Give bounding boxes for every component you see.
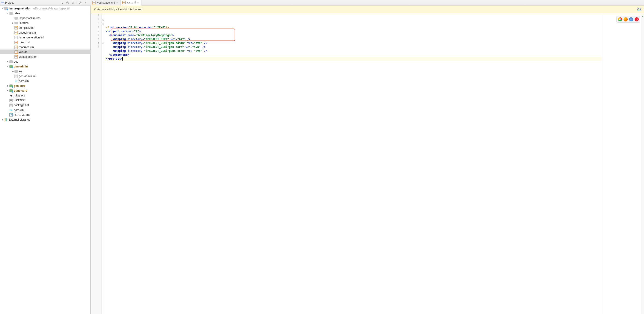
tree-item-label: README.md [14, 113, 30, 117]
line-number[interactable]: 6 [90, 33, 102, 37]
code-line[interactable]: <component name="VcsDirectoryMappings"> [105, 33, 602, 37]
close-tab-icon[interactable]: × [136, 1, 140, 4]
code-line[interactable]: </component> [105, 53, 602, 57]
close-tab-icon[interactable]: × [116, 1, 118, 4]
tree-item-compiler-xml[interactable]: <>compiler.xml [0, 25, 90, 30]
tree-expand-arrow[interactable]: ▶ [6, 89, 9, 92]
tree-item-workspace-xml[interactable]: <>workspace.xml [0, 54, 90, 59]
line-number[interactable]: 5 [90, 30, 102, 33]
tree-item-lemur-generation[interactable]: ▼lemur-generation~/Documents/ideaworkspa… [0, 6, 90, 11]
code-line[interactable]: <mapping directory="$PROJECT_DIR$/gen-co… [105, 45, 602, 49]
tree-item--gitignore[interactable]: ◆.gitignore [0, 93, 90, 98]
tree-item-label: pom.xml [19, 79, 29, 83]
tree-item-gen-admin-iml[interactable]: ▢gen-admin.iml [0, 74, 90, 79]
tree-item-gen-admin[interactable]: ▼gen-admin [0, 64, 90, 69]
tree-item-package-bat[interactable]: package.bat [0, 103, 90, 108]
opera-icon[interactable] [634, 17, 639, 22]
fold-handle[interactable] [102, 26, 105, 30]
code-line[interactable]: <?xml version="1.0" encoding="UTF-8"?> [105, 26, 602, 30]
fold-handle[interactable]: ⊟ [102, 22, 105, 26]
m-icon: m [9, 108, 13, 112]
tree-item-misc-xml[interactable]: <>misc.xml [0, 40, 90, 45]
editor-tab-vcs-xml[interactable]: <>vcs.xml× [120, 0, 142, 6]
tree-item-External-Libraries[interactable]: ▶External Libraries [0, 117, 90, 122]
tree-item-label: compiler.xml [19, 26, 34, 30]
firefox-icon[interactable] [624, 17, 628, 22]
project-tree[interactable]: ▼lemur-generation~/Documents/ideaworkspa… [0, 6, 90, 314]
tree-expand-arrow[interactable]: ▶ [6, 60, 9, 63]
tree-expand-arrow[interactable]: ▶ [12, 70, 14, 73]
code-line[interactable]: <mapping directory="$PROJECT_DIR$/guns-c… [105, 49, 602, 53]
tree-item-inspectionProfiles[interactable]: inspectionProfiles [0, 16, 90, 21]
fold-handle[interactable] [102, 14, 105, 18]
fold-handle[interactable] [102, 33, 105, 37]
project-dropdown-icon[interactable]: ⌄ [62, 1, 64, 4]
tab-label: vcs.xml [126, 1, 136, 4]
code-line[interactable]: </project> [105, 57, 602, 61]
hide-panel-button[interactable] [83, 1, 88, 5]
tree-expand-arrow[interactable]: ▼ [6, 12, 9, 15]
open-in-browser-bar [616, 16, 640, 23]
fold-handle[interactable] [102, 45, 105, 49]
editor-tab-workspace-xml[interactable]: <>workspace.xml× [90, 0, 120, 6]
tree-expand-arrow[interactable]: ▼ [2, 7, 4, 10]
line-number[interactable]: 3 [90, 22, 102, 26]
tree-expand-arrow[interactable]: ▶ [6, 85, 9, 87]
line-number[interactable]: 2 [90, 18, 102, 22]
tree-expand-arrow[interactable]: ▶ [12, 22, 14, 24]
editor-area: .i* You are editing a file which is igno… [90, 6, 644, 314]
tree-item-vcs-xml[interactable]: <>vcs.xml [0, 50, 90, 54]
tree-item-libraries[interactable]: ▶libraries [0, 21, 90, 25]
md-icon: MD [9, 113, 13, 117]
locate-button[interactable] [65, 1, 70, 5]
tree-item-gen-core[interactable]: ▶gen-core [0, 83, 90, 88]
svg-rect-1 [1, 2, 4, 3]
tree-item-modules-xml[interactable]: <>modules.xml [0, 45, 90, 50]
collapse-all-button[interactable] [70, 1, 76, 5]
line-number-gutter[interactable]: 123456789 [90, 13, 102, 314]
fold-handle[interactable]: ⊟ [102, 41, 105, 45]
project-panel-title[interactable]: Project [5, 1, 60, 4]
warning-ok-link[interactable]: OK [637, 8, 641, 11]
code-editor[interactable]: <?xml version="1.0" encoding="UTF-8"?><p… [105, 13, 602, 314]
tree-item-label: workspace.xml [19, 55, 37, 59]
tree-item-label: doc [14, 60, 18, 63]
line-number[interactable]: 4 [90, 26, 102, 30]
line-number[interactable]: 8 [90, 41, 102, 45]
line-number[interactable]: 1 [90, 14, 102, 18]
fold-gutter[interactable]: ⊟⊟⊟ [102, 13, 105, 314]
fold-handle[interactable] [102, 37, 105, 41]
tree-item-src[interactable]: ▶src [0, 69, 90, 74]
tree-item-label: lemur-generation [9, 7, 31, 10]
safari-icon[interactable] [629, 17, 633, 22]
code-line[interactable]: <mapping directory="$PROJECT_DIR$" vcs="… [105, 37, 602, 41]
code-line[interactable]: <mapping directory="$PROJECT_DIR$/gen-ad… [105, 41, 602, 45]
tree-item-README-md[interactable]: MDREADME.md [0, 112, 90, 117]
tree-item-encodings-xml[interactable]: <>encodings.xml [0, 30, 90, 35]
xml-icon: <> [14, 50, 18, 54]
tab-label: workspace.xml [96, 1, 115, 4]
tree-item-pom-xml[interactable]: mpom.xml [0, 79, 90, 83]
code-line[interactable]: <project version="4"> [105, 30, 602, 33]
tree-item-guns-core[interactable]: ▶guns-core [0, 88, 90, 93]
tree-item-pom-xml[interactable]: mpom.xml [0, 108, 90, 112]
tree-expand-arrow[interactable]: ▶ [2, 118, 4, 121]
tree-item-LICENSE[interactable]: LICENSE [0, 98, 90, 103]
tree-item-doc[interactable]: ▶doc [0, 59, 90, 64]
line-number[interactable]: 7 [90, 37, 102, 41]
fold-handle[interactable] [102, 30, 105, 33]
xml-file-icon: <> [92, 1, 96, 4]
error-stripe[interactable]: ✓ [641, 13, 644, 314]
tree-item-label: inspectionProfiles [19, 17, 40, 20]
tree-item-lemur-generation-iml[interactable]: ▢lemur-generation.iml [0, 35, 90, 40]
tree-expand-arrow[interactable]: ▼ [6, 65, 9, 68]
toolbar-separator [76, 1, 77, 4]
line-number[interactable]: 9 [90, 45, 102, 49]
chrome-icon[interactable] [618, 17, 622, 22]
tree-item--idea[interactable]: ▼.idea [0, 11, 90, 16]
lib-icon [4, 118, 8, 122]
tree-item-label: src [19, 70, 22, 73]
fold-handle[interactable]: ⊟ [102, 18, 105, 22]
gear-button[interactable] [78, 1, 83, 5]
tree-item-label: misc.xml [19, 41, 30, 44]
